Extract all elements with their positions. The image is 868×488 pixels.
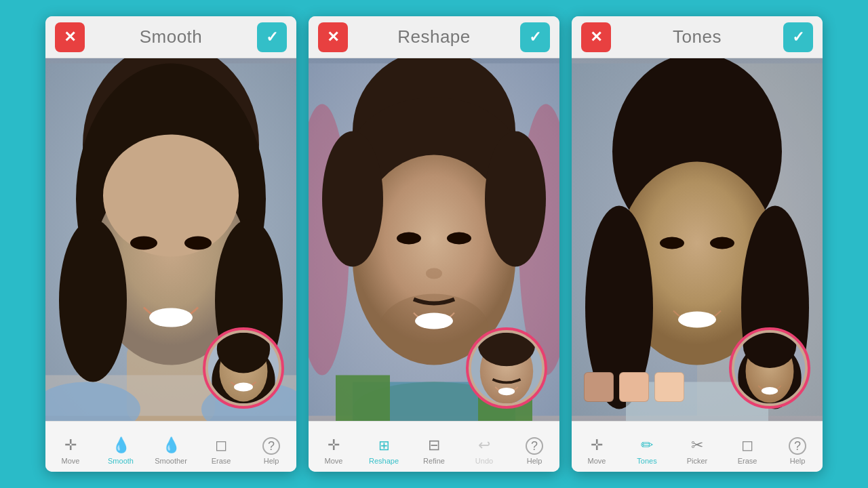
check-icon-2: ✓	[529, 28, 541, 46]
smooth-label: Smooth	[108, 457, 134, 465]
tones-tool-erase[interactable]: ◻ Erase	[729, 436, 766, 465]
swatch-dark[interactable]	[584, 372, 614, 402]
smoother-icon: 💧	[162, 436, 180, 455]
reshape-icon: ⊞	[378, 436, 390, 455]
tones-check-button[interactable]: ✓	[783, 22, 813, 52]
help-label-3: Help	[790, 457, 806, 465]
refine-label: Refine	[423, 457, 445, 465]
reshape-panel-header: ✕ Reshape ✓	[309, 16, 559, 58]
smoother-label: Smoother	[155, 457, 187, 465]
erase-icon: ◻	[215, 436, 227, 455]
reshape-close-button[interactable]: ✕	[318, 22, 348, 52]
reshape-label: Reshape	[369, 457, 399, 465]
move-icon-3: ✛	[591, 436, 603, 455]
reshape-tool-undo[interactable]: ↩ Undo	[466, 436, 503, 465]
smooth-image-area	[45, 58, 296, 421]
svg-point-6	[103, 135, 239, 257]
close-icon-2: ✕	[327, 28, 339, 46]
tones-tool-picker[interactable]: ✂ Picker	[679, 436, 716, 465]
undo-label: Undo	[475, 457, 493, 465]
tones-tool-move[interactable]: ✛ Move	[578, 436, 616, 465]
smooth-photo-bg	[45, 58, 296, 421]
reshape-toolbar: ✛ Move ⊞ Reshape ⊟ Refine ↩ Undo ? Help	[309, 421, 559, 472]
tones-thumbnail	[729, 327, 810, 409]
move-icon-2: ✛	[328, 436, 340, 455]
svg-point-29	[426, 268, 442, 279]
reshape-tool-refine[interactable]: ⊟ Refine	[416, 436, 453, 465]
reshape-tool-help[interactable]: ? Help	[516, 437, 553, 465]
svg-point-27	[397, 232, 421, 245]
smooth-icon: 💧	[112, 436, 130, 455]
help-label: Help	[264, 457, 279, 465]
close-icon: ✕	[64, 28, 76, 46]
smooth-panel-header: ✕ Smooth ✓	[45, 16, 296, 58]
picker-icon: ✂	[691, 436, 703, 455]
smooth-tool-help[interactable]: ? Help	[253, 437, 290, 465]
svg-point-10	[59, 220, 127, 382]
svg-point-57	[762, 387, 778, 394]
reshape-panel-title: Reshape	[397, 26, 471, 47]
smooth-tool-erase[interactable]: ◻ Erase	[203, 436, 240, 465]
svg-point-50	[678, 312, 716, 328]
svg-point-28	[447, 232, 471, 245]
check-icon: ✓	[266, 28, 278, 46]
tones-toolbar: ✛ Move ✏ Tones ✂ Picker ◻ Erase ? Help	[572, 421, 823, 472]
reshape-thumbnail	[466, 327, 547, 409]
smooth-thumbnail-svg	[205, 330, 281, 406]
reshape-tool-reshape[interactable]: ⊞ Reshape	[366, 436, 403, 465]
help-icon-3: ?	[789, 437, 806, 455]
move-icon: ✛	[64, 436, 77, 455]
tones-thumbnail-svg	[732, 330, 808, 406]
svg-point-31	[322, 131, 383, 267]
tones-tool-tones[interactable]: ✏ Tones	[629, 436, 666, 465]
reshape-tool-move[interactable]: ✛ Move	[315, 436, 353, 465]
tones-close-button[interactable]: ✕	[581, 22, 611, 52]
svg-rect-35	[336, 375, 390, 422]
help-icon: ?	[262, 437, 280, 455]
smooth-close-button[interactable]: ✕	[55, 22, 85, 52]
reshape-check-button[interactable]: ✓	[520, 22, 550, 52]
tones-image-area	[572, 58, 823, 421]
smooth-toolbar: ✛ Move 💧 Smooth 💧 Smoother ◻ Erase ? Hel…	[45, 421, 296, 472]
tones-tool-help[interactable]: ? Help	[779, 437, 816, 465]
reshape-panel: ✕ Reshape ✓	[309, 16, 559, 472]
undo-icon: ↩	[478, 436, 490, 455]
help-label-2: Help	[527, 457, 542, 465]
panels-container: ✕ Smooth ✓	[32, 3, 836, 485]
erase-label-3: Erase	[738, 457, 757, 465]
swatch-light[interactable]	[654, 372, 684, 402]
tones-photo-bg	[572, 58, 823, 421]
smooth-thumbnail	[203, 327, 284, 409]
tones-panel-header: ✕ Tones ✓	[572, 16, 823, 58]
swatch-medium[interactable]	[619, 372, 649, 402]
erase-icon-3: ◻	[741, 436, 753, 455]
help-icon-2: ?	[526, 437, 543, 455]
close-icon-3: ✕	[590, 28, 602, 46]
tones-icon: ✏	[641, 436, 653, 455]
tone-swatches	[584, 372, 684, 402]
tones-panel: ✕ Tones ✓	[572, 16, 823, 472]
smooth-check-button[interactable]: ✓	[257, 22, 287, 52]
svg-point-19	[234, 382, 253, 391]
reshape-thumbnail-svg	[469, 330, 545, 406]
smooth-panel-title: Smooth	[140, 26, 203, 47]
tones-label: Tones	[637, 457, 656, 465]
tones-panel-title: Tones	[673, 26, 722, 47]
reshape-image-area	[309, 58, 559, 421]
picker-label: Picker	[687, 457, 708, 465]
smooth-panel: ✕ Smooth ✓	[45, 16, 296, 472]
smooth-tool-move[interactable]: ✛ Move	[52, 436, 90, 465]
svg-point-30	[415, 313, 453, 329]
erase-label: Erase	[212, 457, 231, 465]
svg-point-48	[660, 237, 684, 249]
svg-point-41	[498, 388, 515, 395]
reshape-photo-bg	[309, 58, 559, 421]
check-icon-3: ✓	[792, 28, 804, 46]
move-label: Move	[62, 457, 80, 465]
smooth-tool-smooth[interactable]: 💧 Smooth	[102, 436, 140, 465]
svg-point-8	[184, 237, 212, 250]
smooth-tool-smoother[interactable]: 💧 Smoother	[153, 436, 190, 465]
svg-point-7	[130, 237, 157, 250]
move-label-2: Move	[325, 457, 343, 465]
svg-point-9	[149, 308, 193, 327]
